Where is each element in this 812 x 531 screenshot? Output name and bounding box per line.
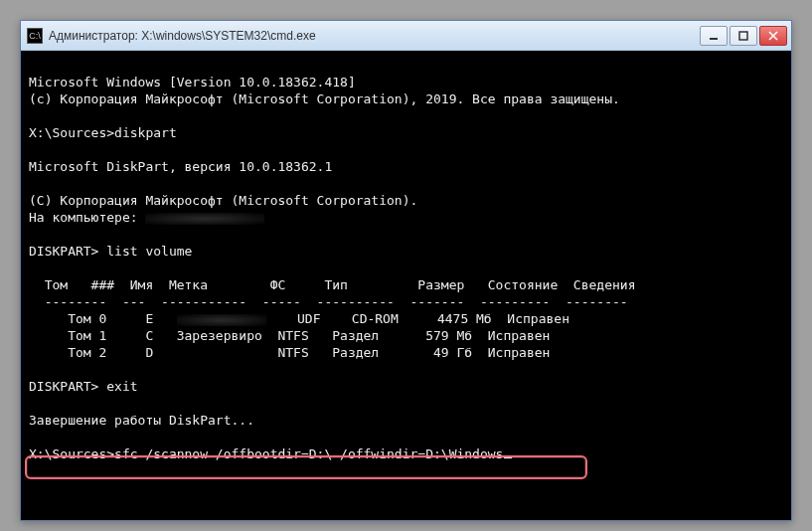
table-header: Том ### Имя Метка ФС Тип Размер Состояни…: [29, 277, 635, 292]
cmd-window: C:\ Администратор: X:\windows\SYSTEM32\c…: [20, 20, 792, 521]
table-row: Том 2 D NTFS Раздел 49 Гб Исправен: [29, 345, 550, 360]
cmd-icon: C:\: [27, 28, 43, 44]
table-row: Том 1 C Зарезервиро NTFS Раздел 579 Мб И…: [29, 328, 550, 343]
console-line: Завершение работы DiskPart...: [29, 413, 254, 428]
console-line: Microsoft DiskPart, версия 10.0.18362.1: [29, 159, 332, 174]
console-area[interactable]: Microsoft Windows [Version 10.0.18362.41…: [21, 51, 791, 520]
redacted-smudge: [145, 213, 264, 225]
table-divider: -------- --- ----------- ----- ---------…: [29, 294, 628, 309]
console-prompt-line: X:\Sources>sfc /scannow /offbootdir=D:\ …: [29, 446, 512, 461]
maximize-button[interactable]: [730, 26, 757, 46]
console-line: (c) Корпорация Майкрософт (Microsoft Cor…: [29, 91, 620, 106]
console-line: (C) Корпорация Майкрософт (Microsoft Cor…: [29, 193, 417, 208]
close-button[interactable]: [759, 26, 787, 46]
redacted-smudge: [177, 314, 266, 326]
console-prompt-line: X:\Sources>diskpart: [29, 125, 177, 140]
console-line: Microsoft Windows [Version 10.0.18362.41…: [29, 75, 356, 89]
window-title: Администратор: X:\windows\SYSTEM32\cmd.e…: [49, 29, 700, 43]
window-controls: [700, 26, 787, 46]
minimize-button[interactable]: [700, 26, 728, 46]
console-prompt-line: DISKPART> list volume: [29, 244, 192, 259]
titlebar[interactable]: C:\ Администратор: X:\windows\SYSTEM32\c…: [21, 21, 791, 51]
close-icon: [768, 31, 778, 41]
text-cursor: [504, 456, 512, 458]
table-row: Том 0 E UDF CD-ROM 4475 Мб Исправен: [29, 311, 569, 326]
console-prompt-line: DISKPART> exit: [29, 379, 138, 394]
svg-rect-1: [739, 32, 747, 40]
maximize-icon: [738, 31, 748, 41]
minimize-icon: [709, 31, 719, 41]
console-line: На компьютере:: [29, 210, 264, 225]
